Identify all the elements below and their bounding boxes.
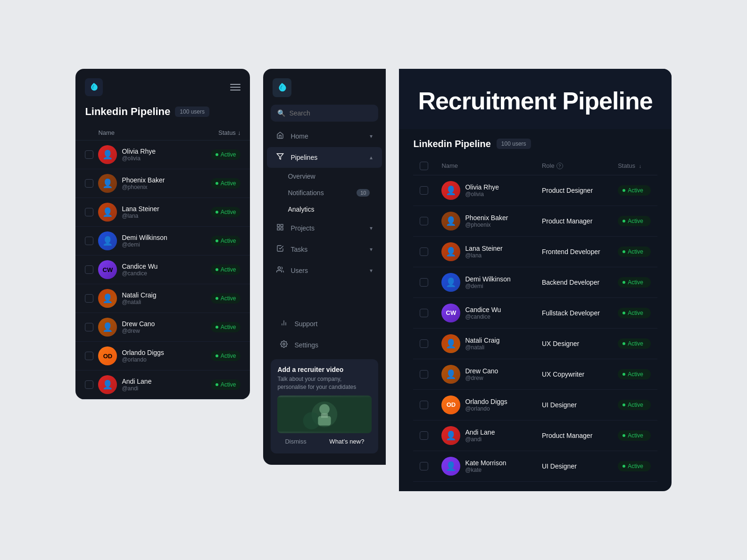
status-dot bbox=[216, 326, 218, 329]
whats-new-button[interactable]: What's new? bbox=[329, 438, 364, 445]
sidebar-projects-label: Projects bbox=[290, 224, 370, 232]
row-checkbox[interactable] bbox=[85, 208, 93, 216]
main-table-body: 👤 Olivia Rhye @olivia Product Designer A… bbox=[413, 175, 657, 481]
svg-point-13 bbox=[319, 404, 330, 415]
row-checkbox[interactable] bbox=[85, 323, 93, 331]
user-handle: @drew bbox=[122, 328, 206, 334]
row-checkbox[interactable] bbox=[85, 150, 93, 159]
row-checkbox[interactable] bbox=[420, 431, 428, 440]
row-checkbox[interactable] bbox=[420, 278, 428, 287]
user-name: Demi Wilkinson bbox=[122, 234, 206, 241]
status-label: Active bbox=[221, 238, 236, 244]
name-cell: 👤 Demi Wilkinson @demi bbox=[441, 273, 529, 292]
sidebar-users-label: Users bbox=[290, 267, 370, 274]
avatar: 👤 bbox=[441, 457, 460, 476]
row-checkbox[interactable] bbox=[85, 179, 93, 188]
status-dot bbox=[622, 281, 625, 284]
main-table: Name Role ? Status ↓ bbox=[413, 157, 657, 482]
sidebar-item-notifications[interactable]: Notifications 10 bbox=[273, 185, 382, 201]
user-handle: @kate bbox=[465, 467, 506, 473]
avatar: 👤 bbox=[441, 181, 460, 200]
sidebar-item-users[interactable]: Users ▾ bbox=[267, 260, 382, 281]
user-role: Frontend Developer bbox=[535, 236, 611, 267]
status-label: Active bbox=[628, 371, 643, 378]
main-table-header: Name Role ? Status ↓ bbox=[413, 157, 657, 175]
user-name: Andi Lane bbox=[122, 378, 206, 385]
row-checkbox[interactable] bbox=[420, 339, 428, 348]
row-checkbox[interactable] bbox=[420, 217, 428, 225]
user-role: Product Designer bbox=[535, 175, 611, 206]
user-info: Lana Steiner @lana bbox=[122, 205, 206, 219]
sidebar-item-projects[interactable]: Projects ▾ bbox=[267, 218, 382, 239]
sidebar-item-tasks[interactable]: Tasks ▾ bbox=[267, 239, 382, 260]
status-dot bbox=[216, 383, 218, 386]
sidebar-item-support[interactable]: Support bbox=[271, 313, 378, 334]
sidebar-item-analytics[interactable]: Analytics bbox=[273, 201, 382, 217]
user-role: Backend Developer bbox=[535, 267, 611, 297]
row-checkbox[interactable] bbox=[420, 370, 428, 379]
user-name: Candice Wu bbox=[465, 306, 501, 313]
promo-image bbox=[277, 395, 372, 433]
mobile-list-item: 👤 Lana Steiner @lana Active bbox=[75, 198, 250, 227]
status-sort-icon: ↓ bbox=[639, 163, 642, 169]
sidebar-item-settings[interactable]: Settings bbox=[271, 335, 378, 355]
row-checkbox[interactable] bbox=[420, 309, 428, 317]
avatar: 👤 bbox=[441, 334, 460, 353]
row-checkbox[interactable] bbox=[420, 186, 428, 195]
row-checkbox[interactable] bbox=[420, 247, 428, 256]
user-info: Natali Craig @natali bbox=[465, 337, 499, 351]
user-handle: @olivia bbox=[122, 155, 206, 162]
status-label: Active bbox=[221, 324, 236, 330]
svg-point-5 bbox=[278, 267, 281, 269]
hamburger-menu[interactable] bbox=[230, 84, 241, 91]
user-handle: @natali bbox=[465, 344, 499, 351]
user-name: Natali Craig bbox=[465, 337, 499, 344]
dismiss-button[interactable]: Dismiss bbox=[285, 438, 307, 445]
mobile-list-item: 👤 Natali Craig @natali Active bbox=[75, 284, 250, 313]
table-row: 👤 Phoenix Baker @phoenix Product Manager… bbox=[413, 206, 657, 236]
row-checkbox[interactable] bbox=[420, 401, 428, 409]
user-handle: @lana bbox=[465, 252, 502, 259]
row-checkbox[interactable] bbox=[85, 352, 93, 360]
table-row: OD Orlando Diggs @orlando UI Designer Ac… bbox=[413, 389, 657, 420]
promo-card: Add a recruiter video Talk about your co… bbox=[271, 359, 378, 454]
user-handle: @orlando bbox=[122, 356, 206, 363]
promo-footer: Dismiss What's new? bbox=[277, 433, 372, 447]
user-role: UI Designer bbox=[535, 389, 611, 420]
mobile-rows-container: 👤 Olivia Rhye @olivia Active 👤 Phoenix B… bbox=[75, 140, 250, 399]
status-badge: Active bbox=[211, 264, 241, 275]
row-checkbox[interactable] bbox=[85, 237, 93, 245]
row-checkbox[interactable] bbox=[85, 380, 93, 389]
status-dot bbox=[216, 182, 218, 185]
row-checkbox[interactable] bbox=[85, 265, 93, 274]
user-name: Candice Wu bbox=[122, 263, 206, 270]
sidebar-item-overview[interactable]: Overview bbox=[273, 168, 382, 184]
status-dot bbox=[216, 354, 218, 357]
mobile-panel: Linkedin Pipeline 100 users Name Status … bbox=[75, 69, 250, 399]
user-name: Lana Steiner bbox=[465, 245, 502, 252]
row-checkbox[interactable] bbox=[420, 462, 428, 470]
sidebar-item-home[interactable]: Home ▾ bbox=[267, 126, 382, 147]
sidebar-item-pipelines[interactable]: Pipelines ▴ bbox=[267, 147, 382, 168]
user-role: Product Manager bbox=[535, 206, 611, 236]
notifications-label: Notifications bbox=[288, 189, 324, 197]
status-dot bbox=[622, 312, 625, 314]
search-box[interactable]: 🔍 bbox=[271, 105, 378, 122]
mobile-col-name: Name bbox=[98, 129, 218, 136]
user-name: Drew Cano bbox=[465, 367, 498, 375]
mobile-list-item: 👤 Olivia Rhye @olivia Active bbox=[75, 140, 250, 169]
user-name: Kate Morrison bbox=[465, 459, 506, 467]
user-role: UX Designer bbox=[535, 328, 611, 359]
user-handle: @demi bbox=[122, 241, 206, 248]
projects-chevron-icon: ▾ bbox=[370, 225, 373, 231]
name-cell: 👤 Andi Lane @andi bbox=[441, 426, 529, 445]
user-info: Olivia Rhye @olivia bbox=[122, 148, 206, 162]
status-badge: Active bbox=[618, 247, 650, 257]
row-checkbox[interactable] bbox=[85, 294, 93, 303]
main-select-all-checkbox[interactable] bbox=[420, 162, 428, 170]
user-role: UX Copywriter bbox=[535, 359, 611, 389]
search-input[interactable] bbox=[289, 109, 372, 117]
avatar: OD bbox=[441, 395, 460, 414]
avatar: 👤 bbox=[441, 212, 460, 231]
user-role: Product Manager bbox=[535, 420, 611, 451]
